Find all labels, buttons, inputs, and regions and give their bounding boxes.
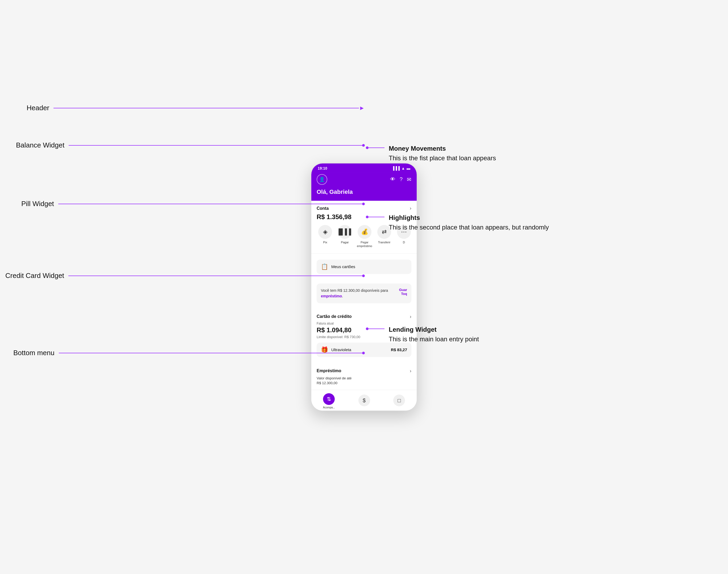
status-icons: ▐▐▐ ▲ ▬: [392, 166, 410, 170]
bottom-item-more[interactable]: □: [393, 395, 405, 407]
money-movements-desc: This is the fist place that loan appears: [389, 154, 496, 162]
status-bar: 19:10 ▐▐▐ ▲ ▬: [311, 163, 417, 172]
annotation-bottom: Bottom menu: [13, 349, 365, 357]
annotation-lending-text: Lending Widget This is the main loan ent…: [389, 325, 479, 344]
pegar-label: Pegarempréstimo: [357, 240, 372, 248]
highlights-card[interactable]: Você tem R$ 12.300,00 disponíveis para e…: [317, 284, 411, 303]
lending-widget: Empréstimo › Valor disponível de até R$ …: [311, 363, 417, 390]
mail-icon[interactable]: ✉: [407, 176, 411, 182]
annotation-balance-label: Balance Widget: [16, 141, 64, 149]
highlights-text: Você tem R$ 12.300,00 disponíveis para e…: [321, 288, 396, 299]
balance-chevron[interactable]: ›: [410, 206, 411, 211]
bottom-item-finance[interactable]: $: [358, 395, 370, 407]
annotation-highlights-text: Highlights This is the second place that…: [389, 213, 549, 232]
lending-widget-title: Lending Widget: [389, 326, 437, 333]
app-header: 👤 👁 ? ✉ Olá, Gabriela: [311, 172, 417, 201]
barcode-icon: █▐▐: [338, 225, 352, 239]
bottom-menu: ⇅ Acompa... $ □: [311, 390, 417, 411]
wifi-icon: ▲: [401, 166, 405, 170]
lending-amount: R$ 12.300,00: [317, 381, 337, 385]
money-movements-title: Money Movements: [389, 145, 446, 152]
highlights-text-part1: Você tem R$ 12.300,00 disponíveis para: [321, 288, 388, 293]
greeting-text: Olá, Gabriela: [317, 189, 411, 195]
annotation-highlights: Highlights This is the second place that…: [366, 213, 707, 232]
pagar-button[interactable]: █▐▐ Pagar: [336, 225, 353, 248]
movements-icon: ⇅: [323, 393, 335, 405]
pill-label: Meus cartões: [331, 264, 355, 269]
annotation-credit-label: Credit Card Widget: [5, 272, 64, 280]
battery-icon: ▬: [407, 166, 410, 170]
cards-icon: 📋: [321, 263, 328, 270]
bottom-item-movements[interactable]: ⇅ Acompa...: [323, 393, 335, 409]
annotation-header: Header ►: [27, 104, 365, 112]
highlights-desc: This is the second place that loan appea…: [389, 223, 549, 231]
lending-desc: This is the main loan entry point: [389, 335, 479, 343]
finance-icon: $: [358, 395, 370, 406]
credit-card-chevron[interactable]: ›: [410, 314, 411, 320]
person-icon: 👤: [319, 176, 325, 182]
status-time: 19:10: [318, 166, 327, 170]
signal-icon: ▐▐▐: [392, 166, 400, 170]
annotation-pill: Pill Widget: [21, 200, 365, 208]
card-value: R$ 83,27: [391, 347, 407, 352]
annotation-header-label: Header: [27, 104, 49, 112]
annotation-balance: Balance Widget: [16, 141, 365, 149]
help-icon[interactable]: ?: [400, 176, 403, 182]
header-actions: 👁 ? ✉: [390, 176, 411, 182]
eye-icon[interactable]: 👁: [390, 176, 396, 182]
movements-label: Acompa...: [323, 406, 335, 409]
annotation-money-movements: Money Movements This is the fist place t…: [366, 144, 707, 163]
menu-icon: □: [393, 395, 405, 406]
pix-label: Pix: [323, 240, 327, 244]
highlights-widget: Você tem R$ 12.300,00 disponíveis para e…: [311, 280, 417, 307]
annotation-lending: Lending Widget This is the main loan ent…: [366, 325, 707, 344]
annotation-bottom-label: Bottom menu: [13, 349, 54, 357]
avatar[interactable]: 👤: [317, 174, 327, 185]
lending-chevron[interactable]: ›: [410, 368, 411, 374]
highlights-title: Highlights: [389, 214, 420, 221]
annotation-pill-label: Pill Widget: [21, 200, 54, 208]
highlights-cta[interactable]: Guar Toq: [399, 288, 407, 296]
pagar-label: Pagar: [341, 240, 349, 244]
annotation-credit: Credit Card Widget: [5, 272, 365, 280]
emprestimo-link[interactable]: empréstimo: [321, 294, 342, 298]
pix-icon: ◈: [318, 225, 332, 239]
more-label: D: [403, 240, 405, 244]
credit-card-title: Cartão de crédito: [317, 314, 352, 319]
annotation-money-text: Money Movements This is the fist place t…: [389, 144, 496, 163]
lending-title: Empréstimo: [317, 368, 341, 373]
transferir-label: Transferir: [378, 240, 391, 244]
pix-button[interactable]: ◈ Pix: [317, 225, 334, 248]
lending-sub-label: Valor disponível de até R$ 12.300,00: [317, 376, 411, 385]
highlights-text-part2: .: [342, 294, 343, 298]
